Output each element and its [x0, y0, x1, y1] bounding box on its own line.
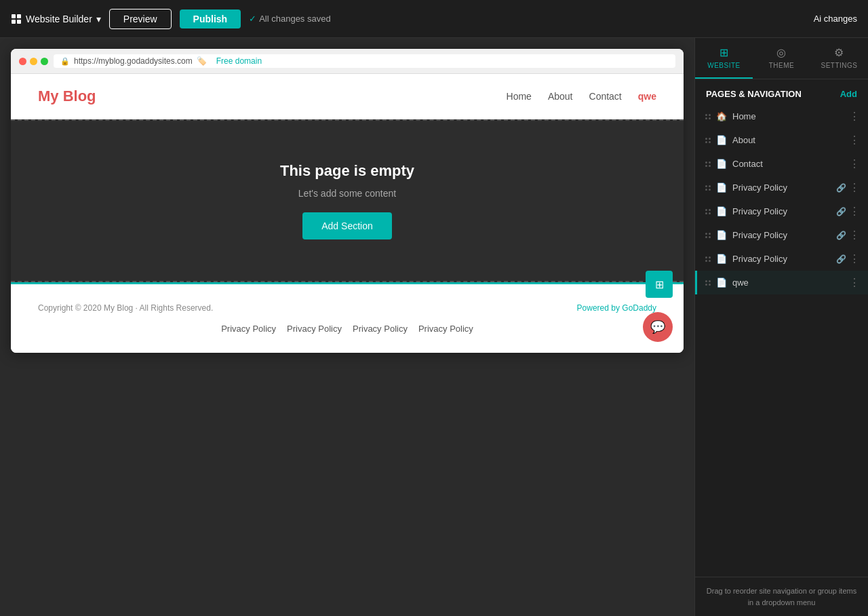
svg-rect-2 [12, 20, 16, 24]
privacy4-link-icon: 🔗 [836, 254, 846, 264]
footer-top: Copyright © 2020 My Blog · All Rights Re… [38, 298, 656, 318]
panel-footer-hint: Drag to reorder site navigation or group… [695, 577, 868, 616]
privacy3-page-icon: 📄 [716, 230, 727, 240]
topbar: Website Builder ▾ Preview Publish All ch… [0, 0, 868, 38]
contact-page-icon: 📄 [716, 159, 727, 169]
settings-icon: ⚙ [834, 46, 844, 59]
nav-item-about[interactable]: 📄 About ⋮ [695, 128, 868, 152]
footer-link-1[interactable]: Privacy Policy [221, 324, 276, 334]
nav-items-list: 🏠 Home ⋮ 📄 About ⋮ [695, 104, 868, 577]
nav-item-privacy4-more[interactable]: ⋮ [849, 252, 860, 265]
nav-item-privacy3-actions: 🔗 ⋮ [836, 229, 860, 242]
privacy3-link-icon: 🔗 [836, 231, 846, 240]
drag-handle-about [705, 138, 711, 143]
footer-link-4[interactable]: Privacy Policy [418, 324, 473, 334]
footer-link-3[interactable]: Privacy Policy [353, 324, 408, 334]
website-icon: ⊞ [719, 46, 729, 59]
nav-item-qwe-label: qwe [732, 277, 844, 288]
drag-handle-privacy4 [705, 256, 711, 262]
tab-settings[interactable]: ⚙ SETTINGS [810, 38, 868, 79]
tab-website[interactable]: ⊞ WEBSITE [695, 38, 753, 79]
publish-button[interactable]: Publish [180, 9, 241, 28]
drag-handle-privacy3 [705, 233, 711, 238]
page-empty-title: This page is empty [280, 162, 414, 180]
url-text: https://myblog.godaddysites.com [74, 56, 193, 66]
nav-item-privacy2-more[interactable]: ⋮ [849, 205, 860, 218]
main-layout: 🔒 https://myblog.godaddysites.com 🏷️ Fre… [0, 38, 868, 616]
privacy2-link-icon: 🔗 [836, 207, 846, 216]
panel-tabs: ⊞ WEBSITE ◎ THEME ⚙ SETTINGS [695, 38, 868, 79]
nav-item-about-label: About [732, 135, 844, 145]
page-content: This page is empty Let's add some conten… [11, 119, 684, 282]
grid-icon: ⊞ [655, 278, 664, 291]
nav-item-privacy1-label: Privacy Policy [732, 182, 831, 193]
ai-changes-button[interactable]: Ai changes [814, 14, 857, 24]
nav-item-contact[interactable]: 📄 Contact ⋮ [695, 152, 868, 176]
drag-handle-qwe [705, 280, 711, 286]
nav-item-privacy4-actions: 🔗 ⋮ [836, 252, 860, 265]
drag-handle-contact [705, 161, 711, 167]
nav-item-qwe-actions: ⋮ [849, 276, 860, 289]
svg-rect-0 [12, 14, 16, 18]
preview-button[interactable]: Preview [109, 9, 172, 29]
free-domain-icon: 🏷️ [197, 56, 207, 66]
nav-item-privacy2-label: Privacy Policy [732, 206, 831, 216]
nav-item-qwe-more[interactable]: ⋮ [849, 276, 860, 289]
browser-dots [19, 58, 48, 65]
nav-item-privacy2[interactable]: 📄 Privacy Policy 🔗 ⋮ [695, 199, 868, 223]
about-page-icon: 📄 [716, 135, 727, 145]
nav-item-about-actions: ⋮ [849, 134, 860, 147]
nav-item-contact-more[interactable]: ⋮ [849, 157, 860, 170]
dot-green [41, 58, 48, 65]
tab-theme-label: THEME [769, 62, 795, 69]
tab-settings-label: SETTINGS [821, 62, 857, 69]
nav-item-privacy1-actions: 🔗 ⋮ [836, 181, 860, 194]
lock-icon: 🔒 [60, 57, 70, 66]
nav-about[interactable]: About [548, 91, 573, 102]
panel-section-header: PAGES & NAVIGATION Add [695, 79, 868, 104]
footer-powered: Powered by GoDaddy [577, 303, 656, 313]
privacy1-link-icon: 🔗 [836, 183, 846, 193]
brand-chevron: ▾ [96, 14, 101, 24]
brand-button[interactable]: Website Builder ▾ [11, 14, 101, 24]
panel-section-title: PAGES & NAVIGATION [706, 89, 802, 99]
privacy2-page-icon: 📄 [716, 206, 727, 216]
nav-qwe[interactable]: qwe [638, 91, 656, 102]
nav-item-home[interactable]: 🏠 Home ⋮ [695, 104, 868, 128]
nav-item-privacy1-more[interactable]: ⋮ [849, 181, 860, 194]
footer-link-2[interactable]: Privacy Policy [287, 324, 342, 334]
address-bar: 🔒 https://myblog.godaddysites.com 🏷️ Fre… [54, 54, 675, 68]
nav-item-home-more[interactable]: ⋮ [849, 110, 860, 123]
page-empty-sub: Let's add some content [298, 188, 396, 199]
nav-item-home-label: Home [732, 111, 844, 121]
site-header: My Blog Home About Contact qwe [11, 74, 684, 119]
nav-item-contact-actions: ⋮ [849, 157, 860, 170]
chat-icon: 💬 [650, 320, 665, 334]
nav-item-qwe[interactable]: 📄 qwe ⋮ [695, 271, 868, 294]
footer-godaddy[interactable]: GoDaddy [622, 303, 656, 313]
browser-frame: 🔒 https://myblog.godaddysites.com 🏷️ Fre… [11, 49, 684, 353]
free-domain-link[interactable]: Free domain [216, 56, 262, 66]
nav-item-privacy4[interactable]: 📄 Privacy Policy 🔗 ⋮ [695, 247, 868, 271]
site-logo: My Blog [38, 88, 507, 105]
drag-handle-privacy1 [705, 185, 711, 191]
nav-item-about-more[interactable]: ⋮ [849, 134, 860, 147]
canvas-area: 🔒 https://myblog.godaddysites.com 🏷️ Fre… [0, 38, 694, 616]
nav-item-privacy3[interactable]: 📄 Privacy Policy 🔗 ⋮ [695, 223, 868, 247]
nav-item-privacy4-label: Privacy Policy [732, 254, 831, 264]
nav-home[interactable]: Home [507, 91, 532, 102]
footer-grid-button[interactable]: ⊞ [646, 271, 673, 298]
nav-item-home-actions: ⋮ [849, 110, 860, 123]
tab-website-label: WEBSITE [707, 62, 741, 69]
panel-add-button[interactable]: Add [840, 89, 857, 99]
saved-status: All changes saved [249, 14, 331, 24]
add-section-button[interactable]: Add Section [302, 212, 392, 239]
site-nav: Home About Contact qwe [507, 91, 656, 102]
nav-item-privacy2-actions: 🔗 ⋮ [836, 205, 860, 218]
tab-theme[interactable]: ◎ THEME [753, 38, 810, 79]
nav-contact[interactable]: Contact [589, 91, 622, 102]
nav-item-privacy1[interactable]: 📄 Privacy Policy 🔗 ⋮ [695, 176, 868, 199]
nav-item-privacy3-more[interactable]: ⋮ [849, 229, 860, 242]
footer-chat-button[interactable]: 💬 [643, 312, 673, 342]
brand-label: Website Builder [26, 14, 92, 24]
